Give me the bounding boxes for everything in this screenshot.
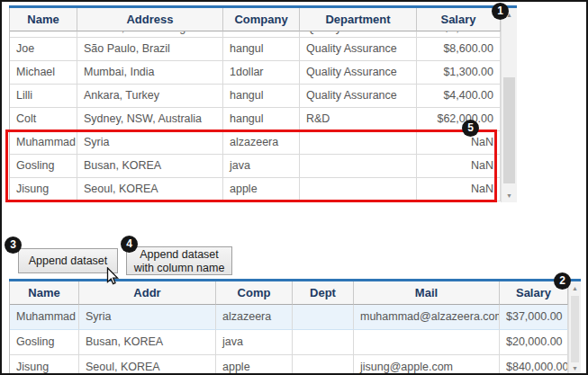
cell[interactable]: São Paulo, Brazil — [77, 38, 223, 61]
cell[interactable]: Gosling — [10, 330, 79, 355]
cell[interactable]: alzazeera — [223, 131, 300, 155]
cell[interactable]: Michael — [10, 61, 77, 85]
cell[interactable]: jisung@apple.com — [354, 355, 500, 375]
cell[interactable]: $3,600.00 — [417, 31, 501, 38]
cell[interactable]: java — [216, 330, 293, 355]
cell[interactable]: Quality Assurance — [300, 31, 417, 38]
cell[interactable]: London, United Kingdom — [77, 31, 223, 38]
source-grid-table: Name Address Company Department Salary L… — [10, 8, 501, 202]
cell[interactable]: Syria — [79, 305, 216, 330]
annotation-badge-3: 3 — [5, 237, 22, 254]
cell[interactable] — [300, 178, 417, 201]
cell[interactable]: Quality Assurance — [300, 38, 417, 61]
append-dataset-with-column-name-button[interactable]: Append dataset with column name — [126, 246, 232, 275]
cell[interactable]: Quality Assurance — [300, 61, 417, 85]
table-row[interactable]: Lilli Ankara, Turkey hangul Quality Assu… — [10, 85, 501, 108]
cell[interactable]: Lilli — [10, 85, 77, 108]
cell[interactable]: hangul — [223, 85, 300, 108]
cell[interactable]: java — [223, 155, 300, 178]
cell[interactable]: $4,400.00 — [417, 85, 501, 108]
cell[interactable]: hangul — [223, 38, 300, 61]
annotation-badge-5: 5 — [462, 120, 479, 137]
cell[interactable]: 1dollar — [223, 31, 300, 38]
scroll-up-icon[interactable]: ▲ — [569, 281, 581, 295]
table-row[interactable]: Joe São Paulo, Brazil hangul Quality Ass… — [10, 38, 501, 61]
cell[interactable] — [293, 330, 354, 355]
table-row-appended[interactable]: Gosling Busan, KOREA java NaN — [10, 155, 501, 178]
source-grid-vertical-scrollbar[interactable]: ▲ ▼ — [501, 8, 517, 202]
cell[interactable]: Seoul, KOREA — [79, 355, 216, 375]
append-dataset-button[interactable]: Append dataset — [18, 248, 118, 273]
cell[interactable]: Mumbai, India — [77, 61, 223, 85]
source-grid-header: Name Address Company Department Salary — [10, 8, 501, 31]
cell[interactable]: Busan, KOREA — [79, 330, 216, 355]
scrollbar-thumb[interactable] — [571, 296, 579, 362]
column-header-address[interactable]: Address — [77, 8, 223, 31]
cell[interactable] — [300, 131, 417, 155]
table-row-appended[interactable]: Jisung Seoul, KOREA apple NaN — [10, 178, 501, 201]
table-row-appended[interactable]: Muhammad Syria alzazeera NaN — [10, 131, 501, 155]
cell[interactable] — [354, 330, 500, 355]
column-header-mail[interactable]: Mail — [354, 281, 500, 305]
cell[interactable]: $37,000.00 — [500, 305, 568, 330]
cell[interactable]: Ankara, Turkey — [77, 85, 223, 108]
table-row[interactable]: Jisung Seoul, KOREA apple jisung@apple.c… — [10, 355, 568, 375]
cell[interactable] — [300, 155, 417, 178]
cell[interactable] — [293, 305, 354, 330]
scroll-down-icon[interactable]: ▼ — [569, 362, 581, 375]
table-row[interactable]: Colt Sydney, NSW, Australia hangul R&D $… — [10, 108, 501, 131]
cell[interactable]: Muhammad — [10, 131, 77, 155]
column-header-dept[interactable]: Dept — [293, 281, 354, 305]
table-row[interactable]: Michael Mumbai, India 1dollar Quality As… — [10, 61, 501, 85]
button-label-line1: Append dataset — [140, 248, 219, 261]
column-header-name[interactable]: Name — [10, 281, 79, 305]
cell[interactable]: $20,000.00 — [500, 330, 568, 355]
scrollbar-thumb[interactable] — [503, 77, 515, 183]
cell[interactable]: hangul — [223, 108, 300, 131]
cell[interactable]: apple — [216, 355, 293, 375]
cell[interactable]: Sydney, NSW, Australia — [77, 108, 223, 131]
column-header-salary[interactable]: Salary — [417, 8, 501, 31]
result-grid: Name Addr Comp Dept Mail Salary Muhammad… — [9, 279, 581, 375]
table-row-selected[interactable]: Muhammad Syria alzazeera muhammad@alzaze… — [10, 305, 568, 330]
cell[interactable]: $1,300.00 — [417, 61, 501, 85]
button-label-line2: with column name — [134, 262, 225, 274]
cell[interactable]: Liza — [10, 31, 77, 38]
cell[interactable]: alzazeera — [216, 305, 293, 330]
cell[interactable]: NaN — [417, 155, 501, 178]
source-grid: Name Address Company Department Salary L… — [9, 5, 517, 202]
column-header-comp[interactable]: Comp — [216, 281, 293, 305]
cell[interactable]: Muhammad — [10, 305, 79, 330]
cell[interactable]: NaN — [417, 178, 501, 201]
clipped-scrolled-row[interactable]: Liza London, United Kingdom 1dollar Qual… — [10, 31, 501, 38]
cell[interactable]: Jisung — [10, 178, 77, 201]
cell[interactable]: Quality Assurance — [300, 85, 417, 108]
column-header-department[interactable]: Department — [300, 8, 417, 31]
cell[interactable]: muhammad@alzazeera.com — [354, 305, 500, 330]
cell[interactable] — [293, 355, 354, 375]
cell[interactable]: Colt — [10, 108, 77, 131]
cell[interactable]: Syria — [77, 131, 223, 155]
cell[interactable]: Joe — [10, 38, 77, 61]
annotation-badge-2: 2 — [554, 272, 571, 290]
column-header-addr[interactable]: Addr — [79, 281, 216, 305]
table-row[interactable]: Gosling Busan, KOREA java $20,000.00 — [10, 330, 568, 355]
cell[interactable]: 1dollar — [223, 61, 300, 85]
column-header-company[interactable]: Company — [223, 8, 300, 31]
column-header-name[interactable]: Name — [10, 8, 77, 31]
screenshot-root: { "grid1": { "columns": ["Name", "Addres… — [0, 0, 588, 375]
cell[interactable]: Jisung — [10, 355, 79, 375]
cell[interactable]: $62,000.00 — [417, 108, 501, 131]
cell[interactable]: apple — [223, 178, 300, 201]
cell[interactable]: $840,000.00 — [500, 355, 568, 375]
cell[interactable]: $8,600.00 — [417, 38, 501, 61]
cell[interactable]: Busan, KOREA — [77, 155, 223, 178]
cell[interactable]: Gosling — [10, 155, 77, 178]
result-grid-table: Name Addr Comp Dept Mail Salary Muhammad… — [10, 281, 568, 375]
cell[interactable]: R&D — [300, 108, 417, 131]
result-grid-vertical-scrollbar[interactable]: ▲ ▼ — [568, 281, 581, 375]
scroll-down-icon[interactable]: ▼ — [502, 189, 517, 202]
cell[interactable]: Seoul, KOREA — [77, 178, 223, 201]
result-grid-header: Name Addr Comp Dept Mail Salary — [10, 281, 568, 305]
cell[interactable]: NaN — [417, 131, 501, 155]
